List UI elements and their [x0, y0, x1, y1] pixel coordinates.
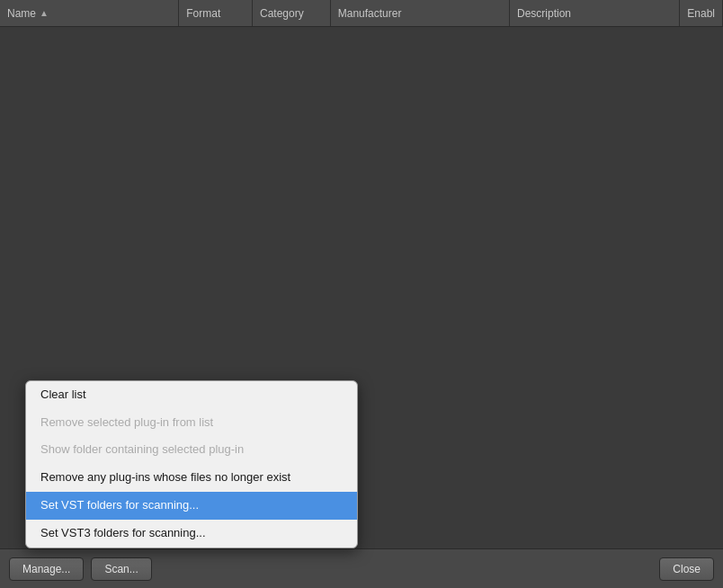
- menu-item-remove-missing[interactable]: Remove any plug-ins whose files no longe…: [26, 464, 357, 492]
- manage-button[interactable]: Manage...: [9, 557, 84, 581]
- col-category-label: Category: [260, 7, 304, 20]
- col-enabled-label: Enabl: [687, 7, 715, 20]
- sort-arrow-icon: ▲: [40, 8, 49, 18]
- col-name-label: Name: [7, 7, 36, 20]
- col-header-name[interactable]: Name ▲: [0, 0, 179, 26]
- scan-button[interactable]: Scan...: [91, 557, 151, 581]
- menu-item-remove-selected: Remove selected plug-in from list: [26, 409, 357, 437]
- bottom-bar: Manage... Scan... Close: [0, 548, 723, 588]
- col-manufacturer-label: Manufacturer: [338, 7, 402, 20]
- menu-item-set-vst3-folders[interactable]: Set VST3 folders for scanning...: [26, 520, 357, 548]
- col-header-description[interactable]: Description: [510, 0, 680, 26]
- col-header-format[interactable]: Format: [179, 0, 253, 26]
- close-button[interactable]: Close: [659, 557, 714, 581]
- menu-item-show-folder: Show folder containing selected plug-in: [26, 436, 357, 464]
- context-menu: Clear list Remove selected plug-in from …: [25, 380, 358, 548]
- menu-item-clear-list[interactable]: Clear list: [26, 381, 357, 409]
- col-format-label: Format: [186, 7, 220, 20]
- col-header-category[interactable]: Category: [253, 0, 331, 26]
- col-header-enabled[interactable]: Enabl: [680, 0, 723, 26]
- menu-item-set-vst-folders[interactable]: Set VST folders for scanning...: [26, 492, 357, 520]
- table-header: Name ▲ Format Category Manufacturer Desc…: [0, 0, 723, 27]
- col-description-label: Description: [517, 7, 571, 20]
- col-header-manufacturer[interactable]: Manufacturer: [331, 0, 510, 26]
